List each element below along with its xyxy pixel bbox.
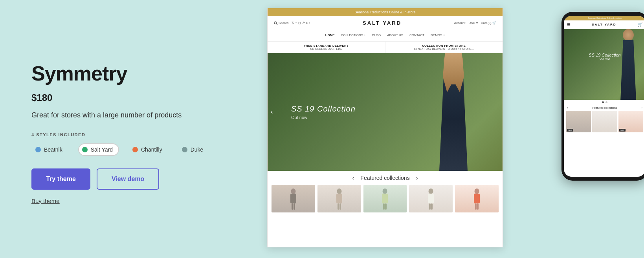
left-panel: Symmetry $180 Great for stores with a la… xyxy=(0,0,259,258)
shipping-subtitle-1: ON ORDERS OVER £150 xyxy=(310,48,342,50)
featured-items xyxy=(272,185,499,212)
featured-item-4 xyxy=(409,185,453,212)
nav-blog[interactable]: BLOG xyxy=(372,33,381,38)
nav-home[interactable]: HOME xyxy=(325,33,335,38)
svg-rect-12 xyxy=(383,203,385,210)
header-right: Account USD ▾ Cart (0) 🛒 xyxy=(454,21,496,25)
facebook-icon[interactable]: f xyxy=(295,21,296,25)
svg-point-2 xyxy=(291,188,295,194)
svg-rect-13 xyxy=(385,203,387,210)
mannequin-svg-2 xyxy=(334,188,344,210)
mobile-featured-next[interactable]: › xyxy=(642,106,642,109)
hero-text: SS 19 Collection Out now xyxy=(291,104,356,120)
right-panel: Seasonal Reductions Online & In-store Se… xyxy=(259,0,644,258)
search-icon[interactable]: Search xyxy=(274,21,288,25)
nav-contact[interactable]: CONTACT xyxy=(409,33,424,38)
mobile-featured-item-3: SALE xyxy=(618,111,643,132)
mobile-hero-dots xyxy=(564,100,644,105)
mobile-person-head xyxy=(623,29,634,41)
store-header: Search 𝕏 f ◻ 𝑷 G+ SALT YARD Account USD … xyxy=(268,16,503,30)
nav-demos[interactable]: DEMOS + xyxy=(431,33,445,38)
featured-section: ‹ Featured collections › xyxy=(268,171,503,212)
featured-item-5 xyxy=(455,185,499,212)
mannequin-svg-3 xyxy=(380,188,390,210)
mobile-featured-label: Featured collections xyxy=(593,106,617,109)
hero-section: ‹ SS 19 Collection Out now xyxy=(268,53,503,171)
theme-description: Great for stores with a large number of … xyxy=(31,110,236,120)
sale-badge-1: SALE xyxy=(567,129,573,132)
sale-badge-3: SALE xyxy=(619,129,626,132)
mobile-screen: Seasonal Reductions Online & In-store ☰ … xyxy=(564,16,644,177)
svg-rect-3 xyxy=(290,194,296,203)
currency-selector[interactable]: USD ▾ xyxy=(469,21,478,25)
hero-prev-arrow[interactable]: ‹ xyxy=(271,108,273,115)
featured-prev[interactable]: ‹ xyxy=(352,175,354,181)
account-link[interactable]: Account xyxy=(454,21,466,25)
mobile-featured-items: SALE SALE xyxy=(564,111,644,132)
svg-rect-19 xyxy=(474,194,480,203)
svg-point-10 xyxy=(383,188,387,194)
mobile-dot-1 xyxy=(602,101,604,103)
mobile-featured-item-2 xyxy=(592,111,617,132)
mobile-featured-prev[interactable]: ‹ xyxy=(567,106,568,109)
duke-label: Duke xyxy=(191,146,204,153)
store-name-desktop: SALT YARD xyxy=(363,20,402,26)
buy-theme-link[interactable]: Buy theme xyxy=(31,198,60,204)
announcement-text: Seasonal Reductions Online & In-store xyxy=(354,10,415,14)
svg-rect-11 xyxy=(382,194,388,203)
instagram-icon[interactable]: ◻ xyxy=(298,21,301,25)
theme-price: $180 xyxy=(31,92,236,103)
featured-header: ‹ Featured collections › xyxy=(272,175,499,181)
theme-title: Symmetry xyxy=(31,62,236,85)
desktop-preview: Seasonal Reductions Online & In-store Se… xyxy=(267,8,503,247)
mobile-hero-subtitle: Out now xyxy=(589,57,620,60)
salt-yard-label: Salt Yard xyxy=(91,146,113,153)
cart-link[interactable]: Cart (0) 🛒 xyxy=(481,21,496,25)
nav-collections[interactable]: COLLECTIONS + xyxy=(341,33,366,38)
mannequin-svg-5 xyxy=(472,188,482,210)
svg-rect-20 xyxy=(475,203,477,210)
mobile-hero: SS 19 Collection Out now xyxy=(564,29,644,100)
mobile-store-name: SALT YARD xyxy=(592,23,616,26)
social-icons: 𝕏 f ◻ 𝑷 G+ xyxy=(292,21,310,25)
shipping-subtitle-2: $2 NEXT DAY DELIVERY TO OUR NY STORE... xyxy=(414,48,474,50)
try-theme-button[interactable]: Try theme xyxy=(31,168,90,190)
salt-yard-color-dot xyxy=(82,147,88,152)
store-nav: HOME COLLECTIONS + BLOG ABOUT US CONTACT… xyxy=(268,30,503,42)
svg-rect-8 xyxy=(338,203,339,210)
featured-label: Featured collections xyxy=(360,175,409,181)
svg-point-18 xyxy=(475,188,479,194)
mobile-preview: Seasonal Reductions Online & In-store ☰ … xyxy=(561,12,644,181)
shipping-bar: FREE STANDARD DELIVERY ON ORDERS OVER £1… xyxy=(268,42,503,53)
mobile-cart-icon[interactable]: 🛒 xyxy=(638,22,642,27)
svg-line-1 xyxy=(277,24,278,25)
mannequin-svg-1 xyxy=(288,188,298,210)
svg-point-0 xyxy=(274,22,277,24)
style-options: Beatnik Salt Yard Chantilly Duke xyxy=(31,143,236,156)
style-option-salt-yard[interactable]: Salt Yard xyxy=(78,143,119,156)
mobile-hero-text: SS 19 Collection Out now xyxy=(589,53,620,60)
google-plus-icon[interactable]: G+ xyxy=(306,21,310,25)
beatnik-label: Beatnik xyxy=(44,146,62,153)
hero-collection-text: SS 19 Collection xyxy=(291,104,356,113)
mobile-hero-collection: SS 19 Collection xyxy=(589,53,620,57)
nav-about[interactable]: ABOUT US xyxy=(387,33,403,38)
mobile-dot-2 xyxy=(605,101,607,103)
duke-color-dot xyxy=(182,147,187,152)
mobile-header: ☰ SALT YARD 🛒 xyxy=(564,20,644,29)
featured-item-1 xyxy=(272,185,315,212)
style-option-chantilly[interactable]: Chantilly xyxy=(128,143,169,156)
svg-point-6 xyxy=(337,188,341,194)
style-option-beatnik[interactable]: Beatnik xyxy=(31,143,69,156)
featured-next[interactable]: › xyxy=(416,175,418,181)
mobile-announcement-text: Seasonal Reductions Online & In-store xyxy=(588,17,622,19)
pinterest-icon[interactable]: 𝑷 xyxy=(303,21,305,25)
svg-rect-21 xyxy=(477,203,479,210)
shipping-item-2: COLLECTION FROM STORE $2 NEXT DAY DELIVE… xyxy=(385,42,503,53)
style-option-duke[interactable]: Duke xyxy=(178,143,210,156)
svg-rect-5 xyxy=(294,203,295,210)
view-demo-button[interactable]: View demo xyxy=(97,168,159,190)
mobile-menu-icon[interactable]: ☰ xyxy=(567,22,571,27)
mobile-featured-item-1: SALE xyxy=(566,111,591,132)
twitter-icon[interactable]: 𝕏 xyxy=(292,21,294,25)
